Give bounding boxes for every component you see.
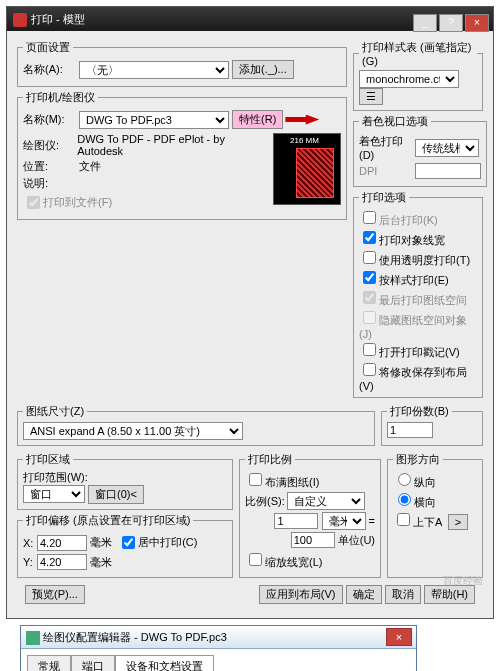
page-setup-legend: 页面设置 [23,40,73,55]
unit2-input[interactable] [291,532,335,548]
paper-preview: 216 MM [273,133,341,205]
options-legend: 打印选项 [359,190,409,205]
unit-select[interactable]: 毫米 [322,512,366,530]
fit-checkbox[interactable] [249,473,262,486]
opt5-checkbox [363,291,376,304]
center-checkbox[interactable] [122,536,135,549]
printer-legend: 打印机/绘图仪 [23,90,98,105]
title: 打印 - 模型 [31,13,85,25]
viewport-legend: 着色视口选项 [359,114,431,129]
dpi-input [415,163,481,179]
ok-button[interactable]: 确定 [346,585,382,604]
close-button2[interactable]: × [386,628,412,646]
tab-general[interactable]: 常规 [27,655,71,671]
style-edit-button[interactable]: ☰ [359,88,383,105]
window-button[interactable]: 窗口(0)< [88,485,144,504]
opt3-checkbox[interactable] [363,251,376,264]
arrow-right-icon [285,115,319,125]
copies-input[interactable] [387,422,433,438]
expand-button[interactable]: > [448,514,468,530]
location-label: 位置: [23,159,79,174]
title2: 绘图仪配置编辑器 - DWG To PDF.pc3 [43,631,227,643]
opt2-checkbox[interactable] [363,231,376,244]
location-value: 文件 [79,159,101,174]
dpi-label: DPI [359,165,415,177]
portrait-radio[interactable] [398,473,411,486]
opt6-checkbox [363,311,376,324]
style-legend: 打印样式表 (画笔指定)(G) [359,40,477,67]
properties-button[interactable]: 特性(R) [232,110,283,129]
offset-x-input[interactable] [37,535,87,551]
tofile-checkbox [27,196,40,209]
tab-port[interactable]: 端口 [71,655,115,671]
shade-label: 着色打印(D) [359,134,415,161]
min-button[interactable]: _ [413,14,437,31]
opt8-checkbox[interactable] [363,363,376,376]
opt7-checkbox[interactable] [363,343,376,356]
help-button[interactable]: ? [439,14,463,31]
range-select[interactable]: 窗口 [23,485,85,503]
tofile-label: 打印到文件(F) [43,195,112,210]
opt1-checkbox[interactable] [363,211,376,224]
plotter-icon [26,631,40,645]
tab-device[interactable]: 设备和文档设置 [115,655,214,671]
papersize-legend: 图纸尺寸(Z) [23,404,87,419]
unit1-input[interactable] [274,513,318,529]
scale-legend: 打印比例 [245,452,295,467]
plotter-label: 绘图仪: [23,138,77,153]
area-legend: 打印区域 [23,452,73,467]
pagesetup-name-select[interactable]: 〈无〉 [79,61,229,79]
copies-legend: 打印份数(B) [387,404,452,419]
watermark: 百度经验 [443,574,483,588]
add-button[interactable]: 添加(._)... [232,60,294,79]
apply-button[interactable]: 应用到布局(V) [259,585,343,604]
offset-y-input[interactable] [37,554,87,570]
app-icon [13,13,27,27]
range-label: 打印范围(W): [23,471,88,483]
opt4-checkbox[interactable] [363,271,376,284]
printer-name-label: 名称(M): [23,112,79,127]
papersize-select[interactable]: ANSI expand A (8.50 x 11.00 英寸) [23,422,243,440]
shade-select[interactable]: 传统线框 [415,139,479,157]
preview-button[interactable]: 预览(P)... [25,585,85,604]
orient-legend: 图形方向 [393,452,443,467]
desc-label: 说明: [23,176,79,191]
landscape-radio[interactable] [398,493,411,506]
printer-name-select[interactable]: DWG To PDF.pc3 [79,111,229,129]
lineweight-checkbox[interactable] [249,553,262,566]
offset-legend: 打印偏移 (原点设置在可打印区域) [23,513,193,528]
pagesetup-name-label: 名称(A): [23,62,79,77]
scale-select[interactable]: 自定义 [287,492,365,510]
style-select[interactable]: monochrome.ctb [359,70,459,88]
upside-checkbox[interactable] [397,513,410,526]
cancel-button[interactable]: 取消 [385,585,421,604]
plotter-value: DWG To PDF - PDF ePlot - by Autodesk [77,133,267,157]
close-button[interactable]: × [465,14,489,31]
